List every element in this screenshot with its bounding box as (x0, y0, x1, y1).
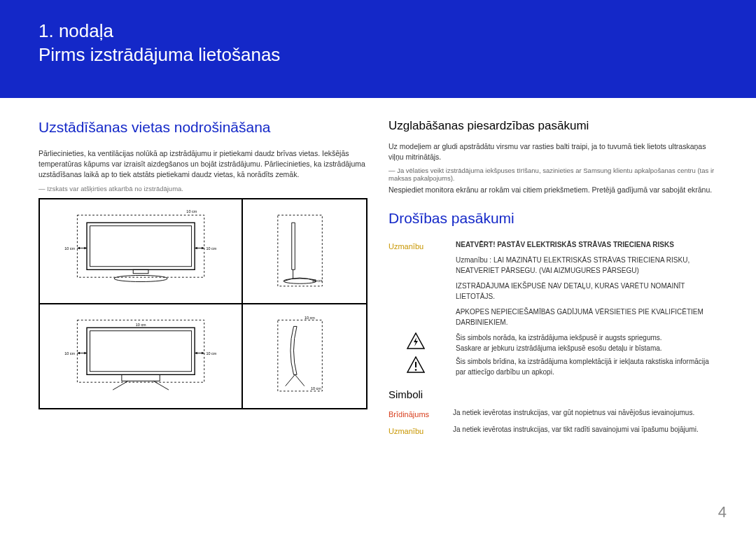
caution-block: Uzmanību NEATVĒRT! PASTĀV ELEKTRISKĀS ST… (388, 239, 718, 332)
monitor-curved-side-icon: 10 cm 10 cm (247, 309, 362, 404)
svg-marker-10 (202, 246, 204, 249)
chapter-header: 1. nodaļa Pirms izstrādājuma lietošanas (0, 0, 756, 98)
left-column: Uzstādīšanas vietas nodrošināšana Pārlie… (38, 119, 368, 441)
high-voltage-text-2: Saskare ar jebkuru izstrādājuma iekšpusē… (456, 343, 662, 353)
svg-text:10 cm: 10 cm (64, 246, 75, 251)
storage-heading: Uzglabāšanas piesardzības pasākumi (388, 119, 718, 133)
svg-text:10 cm: 10 cm (206, 246, 216, 251)
caution-text-2: Ja netiek ievērotas instrukcijas, var ti… (453, 424, 718, 435)
storage-body: Uz modeļiem ar gludi apstrādātu virsmu v… (388, 141, 718, 162)
caution-label-2: Uzmanību (388, 427, 424, 435)
storage-note: Ja vēlaties veikt izstrādājuma iekšpuses… (388, 167, 718, 182)
svg-rect-1 (87, 223, 195, 269)
caution-symbol-row: Uzmanību Ja netiek ievērotas instrukcija… (388, 424, 718, 437)
chapter-number: 1. nodaļa (38, 20, 113, 41)
storage-warning: Nespiediet monitora ekrānu ar rokām vai … (388, 185, 718, 195)
exclamation-triangle-icon (407, 356, 425, 373)
svg-rect-2 (90, 225, 192, 266)
caution-line-4: APKOPES NEPIECIEŠAMĪBAS GADĪJUMĀ VĒRSIET… (456, 307, 718, 328)
safety-heading: Drošības pasākumi (388, 210, 718, 227)
warning-text: Ja netiek ievērotas instrukcijas, var gū… (453, 407, 718, 418)
high-voltage-text: Šis simbols norāda, ka izstrādājuma iekš… (456, 332, 662, 343)
right-column: Uzglabāšanas piesardzības pasākumi Uz mo… (388, 119, 718, 441)
diagram-side-flat: 10 cm (242, 199, 367, 304)
caution-label: Uzmanību (388, 242, 424, 251)
appearance-note: Izskats var atšķirties atkarībā no izstr… (38, 185, 368, 192)
svg-marker-21 (77, 351, 80, 354)
svg-marker-25 (202, 351, 204, 354)
clearance-diagrams: 10 cm 10 cm 10 cm 10 cm (38, 198, 368, 409)
documentation-text: Šis simbols brīdina, ka izstrādājuma kom… (456, 356, 718, 377)
svg-text:10 cm: 10 cm (312, 279, 323, 283)
symbols-heading: Simboli (388, 388, 718, 400)
page-content: Uzstādīšanas vietas nodrošināšana Pārlie… (0, 98, 756, 441)
svg-text:10 cm: 10 cm (64, 351, 75, 356)
svg-rect-14 (278, 215, 322, 286)
chapter-title: Pirms izstrādājuma lietošanas (38, 44, 280, 65)
documentation-row: Šis simbols brīdina, ka izstrādājuma kom… (388, 356, 718, 377)
svg-rect-19 (90, 330, 192, 371)
diagram-front-flat: 10 cm 10 cm 10 cm (39, 199, 242, 304)
svg-rect-3 (133, 269, 148, 273)
high-voltage-icon (407, 332, 425, 349)
svg-text:10 cm: 10 cm (304, 315, 315, 319)
svg-rect-17 (77, 320, 204, 382)
caution-line-2: Uzmanību : LAI MAZINĀTU ELEKTRISKĀS STRĀ… (456, 255, 718, 276)
monitor-front-icon: 10 cm 10 cm 10 cm (44, 204, 237, 299)
svg-point-4 (114, 275, 167, 281)
install-space-heading: Uzstādīšanas vietas nodrošināšana (38, 119, 368, 136)
install-space-body: Pārliecinieties, ka ventilācijas nolūkā … (38, 148, 368, 181)
svg-rect-0 (77, 215, 204, 277)
monitor-side-icon: 10 cm (247, 204, 362, 299)
warning-label: Brīdinājums (388, 410, 429, 419)
svg-text:10 cm: 10 cm (206, 351, 216, 356)
page-number: 4 (718, 503, 727, 521)
diagram-front-curved: 10 cm 10 cm 10 cm (39, 304, 242, 409)
svg-text:10 cm: 10 cm (311, 386, 321, 391)
svg-rect-18 (87, 328, 195, 374)
svg-marker-6 (77, 246, 80, 249)
svg-text:10 cm: 10 cm (136, 323, 146, 327)
monitor-curved-front-icon: 10 cm 10 cm 10 cm (44, 309, 237, 404)
high-voltage-row: Šis simbols norāda, ka izstrādājuma iekš… (388, 332, 718, 353)
warning-symbol-row: Brīdinājums Ja netiek ievērotas instrukc… (388, 407, 718, 420)
svg-text:10 cm: 10 cm (186, 209, 197, 213)
caution-line-1: NEATVĒRT! PASTĀV ELEKTRISKĀS STRĀVAS TRI… (456, 239, 718, 250)
diagram-side-curved: 10 cm 10 cm (242, 304, 367, 409)
caution-line-3: IZSTRĀDĀJUMA IEKŠPUSĒ NAV DETAĻU, KURAS … (456, 281, 718, 302)
svg-point-35 (415, 369, 417, 371)
